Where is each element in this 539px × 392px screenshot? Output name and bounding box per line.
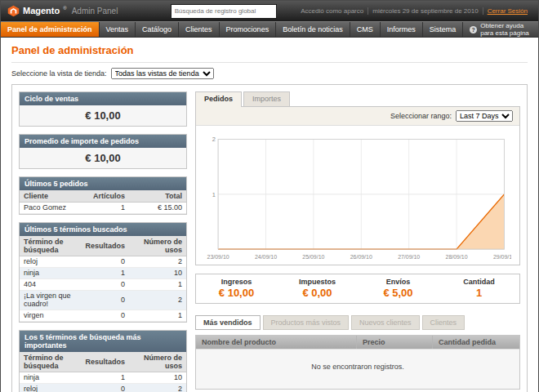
range-row: Seleccionar rango: Last 7 Days xyxy=(196,107,519,126)
logged-in-text: Accedió como aparco xyxy=(296,7,368,15)
table-cell: 10 xyxy=(129,372,186,384)
dashboard-main: PedidosImportes Seleccionar rango: Last … xyxy=(195,91,520,392)
table-cell: ¡La virgen que cuadro! xyxy=(20,291,81,310)
table-header-row: Término de búsquedaResultadosNúmero de u… xyxy=(20,352,186,372)
column-header: Número de usos xyxy=(129,236,186,256)
table-cell: 10 xyxy=(129,268,186,279)
table-cell: 2 xyxy=(129,256,186,268)
total-label: Envíos xyxy=(358,278,439,286)
date-text: miércoles 29 de septiembre de 2010 xyxy=(368,7,482,15)
table-cell: Paco Gomez xyxy=(20,203,85,214)
logo-trademark: ® xyxy=(63,5,66,11)
nav-tab[interactable]: Ventas xyxy=(100,22,136,37)
table-header-row: Nombre del productoPrecioCantidad pedida xyxy=(196,336,519,349)
store-view-select[interactable]: Todas las vistas de tienda xyxy=(111,68,214,79)
last-orders-table: ClienteArtículosTotalPaco Gomez1€ 15.00 xyxy=(20,190,186,214)
svg-text:24/09/10: 24/09/10 xyxy=(255,254,277,260)
total-label: Cantidad xyxy=(439,278,519,286)
chart-wrap: 23/09/1024/09/1025/09/1026/09/1027/09/10… xyxy=(196,126,519,265)
magento-logo: Magento ® Admin Panel xyxy=(7,5,150,17)
store-switcher: Seleccione la vista de tienda: Todas las… xyxy=(11,62,528,84)
table-cell: 0 xyxy=(81,256,129,268)
total-cell: Ingresos€ 10,00 xyxy=(196,274,277,303)
table-row: ¡La virgen que cuadro!02 xyxy=(20,291,186,310)
table-cell: 0 xyxy=(81,279,129,291)
range-select[interactable]: Last 7 Days xyxy=(456,110,513,122)
last-search-terms-table: Término de búsquedaResultadosNúmero de u… xyxy=(20,236,186,322)
nav-tab[interactable]: Catálogo xyxy=(136,22,179,37)
table-cell: 2 xyxy=(129,384,186,392)
top-search-terms-table: Término de búsquedaResultadosNúmero de u… xyxy=(20,352,186,392)
column-header: Total xyxy=(129,190,186,203)
page-title: Panel de administración xyxy=(11,44,528,56)
total-value: € 10,00 xyxy=(196,287,277,299)
total-value: € 0,00 xyxy=(277,287,358,299)
products-grid: Nombre del productoPrecioCantidad pedida… xyxy=(195,335,520,390)
svg-text:27/09/10: 27/09/10 xyxy=(398,254,420,260)
help-link[interactable]: Obtener ayuda para esta página xyxy=(463,22,538,37)
grid-tabs: Más vendidosProductos más vistosNuevos c… xyxy=(195,315,520,330)
nav-tab[interactable]: Clientes xyxy=(179,22,220,37)
session-info: Accedió como aparco miércoles 29 de sept… xyxy=(296,7,532,15)
svg-text:29/09/10: 29/09/10 xyxy=(493,254,511,260)
table-header-row: Término de búsquedaResultadosNúmero de u… xyxy=(20,236,186,256)
column-header: Cantidad pedida xyxy=(433,336,520,349)
average-orders-value: € 10,00 xyxy=(20,148,186,168)
logo-brand: Magento xyxy=(23,5,60,17)
svg-text:26/09/10: 26/09/10 xyxy=(350,254,372,260)
column-header: Artículos xyxy=(85,190,129,203)
table-cell: 0 xyxy=(81,310,129,322)
grid-tab: Nuevos clientes xyxy=(351,315,420,330)
lifetime-sales-value: € 10,00 xyxy=(20,105,186,126)
grid-tab: Clientes xyxy=(422,315,466,330)
nav-tab[interactable]: CMS xyxy=(350,22,381,37)
magento-logo-icon xyxy=(7,5,20,17)
nav-tabs: Panel de administraciónVentasCatálogoCli… xyxy=(1,22,463,37)
table-row: reloj02 xyxy=(20,256,186,268)
total-value: € 5,00 xyxy=(358,287,439,299)
empty-message: No se encontraron registros. xyxy=(196,349,519,389)
diagram-tab[interactable]: Pedidos xyxy=(195,91,242,107)
svg-text:28/09/10: 28/09/10 xyxy=(446,254,468,260)
logo-suffix: Admin Panel xyxy=(72,5,118,17)
table-cell: 1 xyxy=(129,310,186,322)
top-header: Magento ® Admin Panel Accedió como aparc… xyxy=(1,1,538,21)
table-cell: 1 xyxy=(85,203,129,214)
diagram-tab[interactable]: Importes xyxy=(243,91,290,106)
help-label: Obtener ayuda para esta página xyxy=(480,22,532,37)
column-header: Resultados xyxy=(81,352,129,372)
content: Panel de administración Seleccione la vi… xyxy=(1,38,538,392)
dashboard-box: Ciclo de ventas € 10,00 Promedio de impo… xyxy=(11,84,528,392)
store-view-label: Seleccione la vista de tienda: xyxy=(11,69,107,78)
svg-text:25/09/10: 25/09/10 xyxy=(302,254,324,260)
table-cell: € 15.00 xyxy=(129,203,186,214)
grid-tab: Productos más vistos xyxy=(263,315,350,330)
orders-chart: 23/09/1024/09/1025/09/1026/09/1027/09/10… xyxy=(204,132,511,263)
top-search-terms-box: Los 5 términos de búsqueda más important… xyxy=(19,330,187,392)
svg-text:1: 1 xyxy=(212,191,216,198)
average-orders-title: Promedio de importe de pedidos xyxy=(20,135,186,148)
total-label: Ingresos xyxy=(196,278,277,286)
table-cell: ninja xyxy=(20,268,81,279)
lifetime-sales-box: Ciclo de ventas € 10,00 xyxy=(19,91,187,127)
column-header: Término de búsqueda xyxy=(20,352,81,372)
global-search xyxy=(150,4,296,19)
main-nav: Panel de administraciónVentasCatálogoCli… xyxy=(1,21,538,38)
table-cell: reloj xyxy=(20,384,81,392)
dashboard-sidebar: Ciclo de ventas € 10,00 Promedio de impo… xyxy=(19,91,187,392)
nav-tab[interactable]: Boletín de noticias xyxy=(276,22,350,37)
global-search-input[interactable] xyxy=(171,4,277,19)
grid-tab[interactable]: Más vendidos xyxy=(195,315,261,330)
table-row: virgen01 xyxy=(20,310,186,322)
range-label: Seleccionar rango: xyxy=(390,112,452,120)
nav-tab[interactable]: Promociones xyxy=(220,22,277,37)
table-cell: 1 xyxy=(81,372,129,384)
nav-tab[interactable]: Panel de administración xyxy=(1,22,100,37)
admin-window: Magento ® Admin Panel Accedió como aparc… xyxy=(0,0,539,392)
logout-link[interactable]: Cerrar Sesión xyxy=(483,7,532,15)
nav-tab[interactable]: Informes xyxy=(381,22,423,37)
nav-tab[interactable]: Sistema xyxy=(423,22,464,37)
total-value: 1 xyxy=(439,287,519,299)
table-cell: ninja xyxy=(20,372,81,384)
total-cell: Impuestos€ 0,00 xyxy=(277,274,358,303)
